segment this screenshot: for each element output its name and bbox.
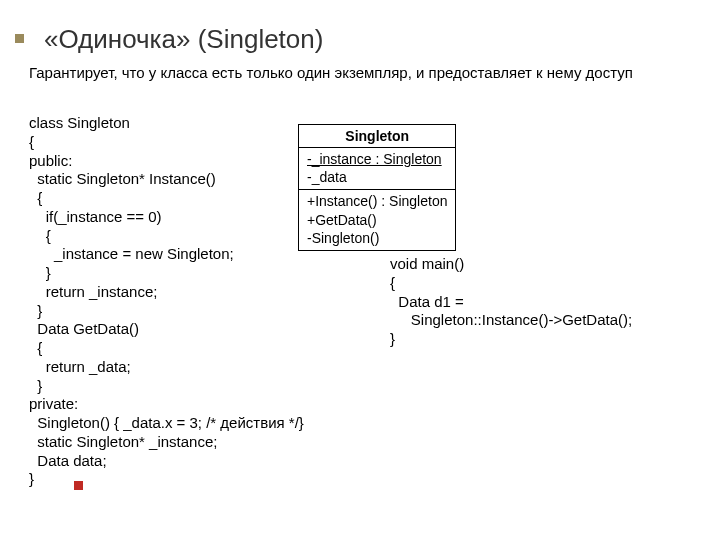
uml-op: +Instance() : Singleton	[307, 192, 447, 210]
code-block-right: void main() { Data d1 = Singleton::Insta…	[390, 255, 632, 349]
slide-title: «Одиночка» (Singleton)	[44, 24, 323, 55]
uml-ops: +Instance() : Singleton +GetData() -Sing…	[299, 190, 455, 250]
uml-box: Singleton -_instance : Singleton -_data …	[298, 124, 456, 251]
uml-attrs: -_instance : Singleton -_data	[299, 148, 455, 190]
uml-class-name: Singleton	[299, 125, 455, 148]
title-bullet	[15, 34, 24, 43]
code-block-left: class Singleton { public: static Singlet…	[29, 114, 304, 489]
uml-attr: -_data	[307, 168, 447, 186]
uml-op: -Singleton()	[307, 229, 447, 247]
slide-subtitle: Гарантирует, что у класса есть только од…	[29, 63, 649, 83]
uml-op: +GetData()	[307, 211, 447, 229]
end-bullet	[74, 481, 83, 490]
uml-attr: -_instance : Singleton	[307, 150, 447, 168]
